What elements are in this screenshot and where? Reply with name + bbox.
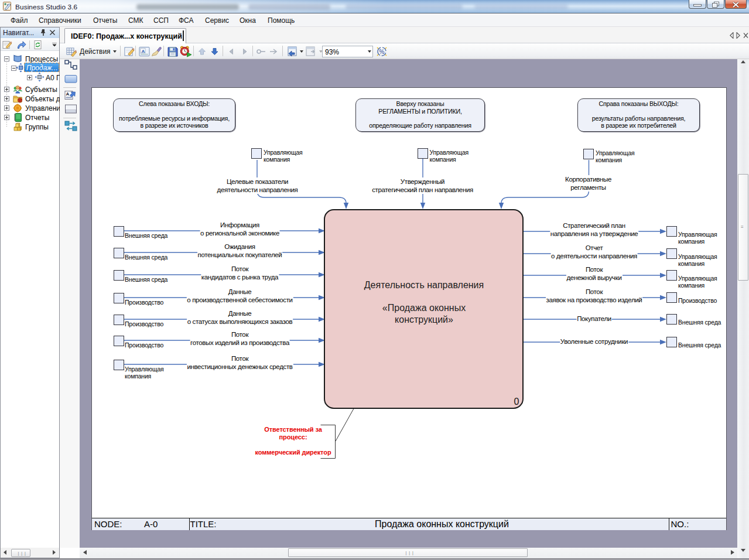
svg-text:%: % — [379, 49, 385, 55]
svg-text:A: A — [66, 91, 70, 97]
svg-text:A: A — [142, 49, 145, 54]
